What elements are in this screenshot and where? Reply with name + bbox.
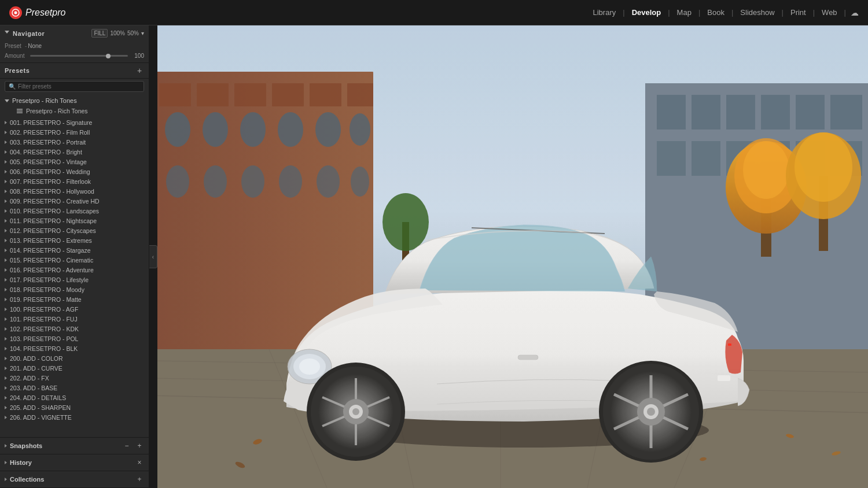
zoom-100[interactable]: 100% — [110, 30, 125, 36]
preset-item-label: 005. PRESETPRO - Vintage — [10, 158, 87, 165]
preset-item-label: 201. ADD - CURVE — [10, 365, 62, 372]
nav-slideshow[interactable]: Slideshow — [735, 6, 779, 19]
cloud-icon: ☁ — [851, 8, 859, 17]
preset-bars-icon — [16, 108, 23, 114]
preset-item[interactable]: 009. PRESETPRO - Creative HD — [0, 196, 149, 206]
fill-button[interactable]: FILL — [91, 29, 108, 38]
preset-item-tri — [5, 357, 7, 360]
collections-tri — [5, 478, 7, 481]
preset-item[interactable]: 013. PRESETPRO - Extremes — [0, 235, 149, 245]
preset-item-label: 010. PRESETPRO - Landscapes — [10, 208, 99, 215]
preset-item-tri — [5, 170, 7, 173]
preset-item[interactable]: 100. PRESETPRO - AGF — [0, 304, 149, 314]
preset-item[interactable]: 102. PRESETPRO - KDK — [0, 324, 149, 334]
history-title: History — [10, 459, 135, 466]
history-header[interactable]: History × — [0, 454, 149, 471]
preset-item-label: 001. PRESETPRO - Signature — [10, 119, 92, 126]
history-close-button[interactable]: × — [135, 458, 144, 467]
preset-item[interactable]: 204. ADD - DETAILS — [0, 393, 149, 402]
preset-subitem-rich-tones[interactable]: Presetpro - Rich Tones — [0, 106, 149, 116]
amount-row: Amount 100 — [0, 51, 149, 62]
preset-item[interactable]: 007. PRESETPRO - Filterlook — [0, 176, 149, 186]
collections-header[interactable]: Collections + — [0, 471, 149, 487]
amount-slider[interactable] — [30, 55, 128, 57]
snapshots-header[interactable]: Snapshots − + — [0, 438, 149, 454]
snapshots-title: Snapshots — [10, 442, 122, 449]
preset-item[interactable]: 103. PRESETPRO - POL — [0, 334, 149, 343]
preset-item[interactable]: 015. PRESETPRO - Cinematic — [0, 255, 149, 265]
zoom-50[interactable]: 50% — [127, 30, 139, 36]
nav-library[interactable]: Library — [589, 6, 621, 19]
preset-item[interactable]: 004. PRESETPRO - Bright — [0, 147, 149, 157]
navigator-title: Navigator — [13, 30, 91, 37]
add-preset-button[interactable]: + — [135, 66, 144, 75]
nav-sep-3: | — [698, 8, 700, 17]
preset-item-tri — [5, 298, 7, 301]
preset-item-label: 006. PRESETPRO - Wedding — [10, 168, 90, 175]
nav-book[interactable]: Book — [703, 6, 729, 19]
preset-item[interactable]: 200. ADD - COLOR — [0, 353, 149, 363]
preset-item[interactable]: 202. ADD - FX — [0, 373, 149, 383]
image-area: ▲ — [157, 25, 868, 488]
nav-map[interactable]: Map — [672, 6, 696, 19]
left-panel-collapse[interactable]: ‹ — [149, 245, 157, 268]
preset-item[interactable]: 201. ADD - CURVE — [0, 363, 149, 373]
preset-item[interactable]: 104. PRESETPRO - BLK — [0, 343, 149, 353]
navigator-header[interactable]: Navigator FILL 100% 50% ▾ — [0, 25, 149, 41]
preset-item-label: 017. PRESETPRO - Lifestyle — [10, 276, 89, 283]
preset-item[interactable]: 006. PRESETPRO - Wedding — [0, 167, 149, 176]
preset-item[interactable]: 019. PRESETPRO - Matte — [0, 294, 149, 304]
preset-item[interactable]: 011. PRESETPRO - Nightscape — [0, 216, 149, 225]
preset-item[interactable]: 010. PRESETPRO - Landscapes — [0, 206, 149, 216]
preset-item-label: 104. PRESETPRO - BLK — [10, 345, 78, 352]
preset-item[interactable]: 016. PRESETPRO - Adventure — [0, 265, 149, 275]
search-box: 🔍 — [5, 81, 144, 92]
preset-item[interactable]: 018. PRESETPRO - Moody — [0, 284, 149, 294]
preset-group-rich-tones-header[interactable]: Presetpro - Rich Tones — [0, 95, 149, 106]
collections-plus-button[interactable]: + — [135, 475, 144, 484]
preset-item-label: 205. ADD - SHARPEN — [10, 404, 71, 411]
preset-item-tri — [5, 278, 7, 282]
preset-item-tri — [5, 317, 7, 321]
preset-item[interactable]: 101. PRESETPRO - FUJ — [0, 314, 149, 324]
preset-item-tri — [5, 396, 7, 400]
snapshots-section: Snapshots − + — [0, 438, 149, 454]
nav-web[interactable]: Web — [817, 6, 842, 19]
preset-item[interactable]: 017. PRESETPRO - Lifestyle — [0, 275, 149, 284]
preset-item[interactable]: 203. ADD - BASE — [0, 383, 149, 393]
preset-item-label: 009. PRESETPRO - Creative HD — [10, 198, 100, 205]
nav-develop[interactable]: Develop — [627, 6, 666, 19]
preset-item-tri — [5, 180, 7, 183]
preset-item-label: 200. ADD - COLOR — [10, 355, 63, 362]
preset-item[interactable]: 001. PRESETPRO - Signature — [0, 117, 149, 127]
preset-item[interactable]: 206. ADD - VIGNETTE — [0, 412, 149, 422]
preset-item[interactable]: 205. ADD - SHARPEN — [0, 402, 149, 412]
history-section: History × — [0, 454, 149, 471]
preset-item-tri — [5, 150, 7, 154]
snapshots-plus-button[interactable]: + — [135, 441, 144, 450]
preset-item-label: 003. PRESETPRO - Portrait — [10, 139, 86, 146]
nav-print[interactable]: Print — [786, 6, 811, 19]
preset-item-label: 102. PRESETPRO - KDK — [10, 326, 79, 332]
snapshots-minus-button[interactable]: − — [122, 441, 131, 450]
preset-item-label: 018. PRESETPRO - Moody — [10, 286, 84, 293]
preset-item[interactable]: 003. PRESETPRO - Portrait — [0, 137, 149, 147]
search-input[interactable] — [18, 83, 140, 90]
preset-item-label: 100. PRESETPRO - AGF — [10, 306, 78, 313]
preset-item-tri — [5, 337, 7, 341]
zoom-arrow[interactable]: ▾ — [141, 30, 144, 36]
bottom-sections: Snapshots − + History × — [0, 437, 149, 488]
preset-item[interactable]: 002. PRESETPRO - Film Roll — [0, 127, 149, 137]
search-icon: 🔍 — [9, 83, 16, 90]
preset-item-label: 013. PRESETPRO - Extremes — [10, 237, 92, 244]
snapshots-tri — [5, 444, 7, 448]
preset-item[interactable]: 014. PRESETPRO - Stargaze — [0, 245, 149, 255]
preset-item[interactable]: 005. PRESETPRO - Vintage — [0, 157, 149, 167]
preset-item-tri — [5, 199, 7, 203]
collections-section: Collections + — [0, 471, 149, 488]
preset-group-rich-tones: Presetpro - Rich Tones Presetp — [0, 94, 149, 117]
navigator-section: Navigator FILL 100% 50% ▾ Preset - None … — [0, 25, 149, 63]
preset-item[interactable]: 012. PRESETPRO - Cityscapes — [0, 225, 149, 235]
preset-item[interactable]: 008. PRESETPRO - Hollywood — [0, 186, 149, 196]
collections-title: Collections — [10, 476, 135, 483]
